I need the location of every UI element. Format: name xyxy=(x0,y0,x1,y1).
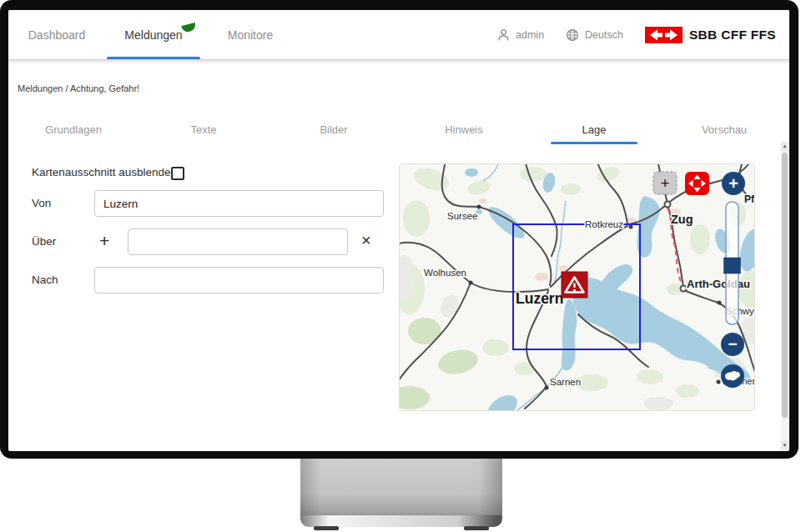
draw-extent-plus-icon: + xyxy=(660,174,669,192)
monitor-stand xyxy=(300,459,502,530)
warning-marker-icon[interactable] xyxy=(562,272,587,298)
nav-label-meldungen: Meldungen xyxy=(124,28,182,42)
tab-grundlagen[interactable]: Grundlagen xyxy=(8,117,139,153)
nav-item-monitore[interactable]: Monitore xyxy=(202,10,299,59)
von-label: Von xyxy=(32,197,51,209)
map-canvas: Sursee Wolhusen Rotkreuz Zug Luzern Arth… xyxy=(400,164,754,410)
label-sarnen: Sarnen xyxy=(550,377,581,387)
zoom-in-button[interactable]: + xyxy=(722,172,745,195)
zoom-out-button[interactable]: − xyxy=(721,333,744,356)
page: Dashboard Meldungen Monitore xyxy=(0,0,801,532)
label-pfaeffikon: Pfäffikon xyxy=(744,193,754,205)
zoom-out-icon: − xyxy=(728,335,737,353)
detail-tabs: Grundlagen Texte Bilder Hinweis Lage Vor… xyxy=(8,117,789,153)
user-name: admin xyxy=(516,29,544,41)
active-nav-underline xyxy=(107,57,200,59)
nav-label-dashboard: Dashboard xyxy=(28,28,86,42)
tab-lage[interactable]: Lage xyxy=(529,117,659,153)
zoom-slider[interactable] xyxy=(724,202,741,324)
label-wolhusen: Wolhusen xyxy=(424,268,466,278)
ueber-label: Über xyxy=(32,235,56,248)
tab-bilder[interactable]: Bilder xyxy=(269,117,399,153)
monitor-stand-foot xyxy=(314,526,339,530)
tab-vorschau[interactable]: Vorschau xyxy=(659,117,789,153)
hide-map-checkbox[interactable] xyxy=(171,167,184,180)
scroll-down-arrow-icon[interactable]: ▼ xyxy=(781,441,788,450)
user-menu[interactable]: admin xyxy=(497,28,544,42)
reset-extent-button[interactable] xyxy=(721,364,744,388)
label-luzern: Luzern xyxy=(516,290,563,307)
monitor-bezel: Dashboard Meldungen Monitore xyxy=(0,0,798,459)
clear-via-button[interactable]: × xyxy=(361,232,371,248)
tab-texte[interactable]: Texte xyxy=(139,117,269,153)
language-menu[interactable]: Deutsch xyxy=(566,28,623,42)
nach-input[interactable] xyxy=(94,267,384,294)
zoom-in-icon: + xyxy=(728,174,738,193)
scrollbar-thumb[interactable] xyxy=(782,153,788,418)
main-nav: Dashboard Meldungen Monitore xyxy=(8,10,299,59)
screen: Dashboard Meldungen Monitore xyxy=(8,10,789,451)
pan-mode-button[interactable] xyxy=(685,172,709,195)
tab-hinweis[interactable]: Hinweis xyxy=(399,117,529,153)
user-icon xyxy=(497,28,510,42)
breadcrumb: Meldungen / Achtung, Gefahr! xyxy=(18,83,139,93)
brand-wordmark: SBB CFF FFS xyxy=(689,28,776,43)
add-via-button[interactable]: + xyxy=(99,232,109,249)
label-rotkreuz: Rotkreuz xyxy=(585,219,623,229)
sbb-brand: SBB CFF FFS xyxy=(645,27,776,43)
green-status-badge xyxy=(181,23,197,33)
map-container[interactable]: Sursee Wolhusen Rotkreuz Zug Luzern Arth… xyxy=(399,163,755,411)
app-header: Dashboard Meldungen Monitore xyxy=(8,10,789,60)
nach-label: Nach xyxy=(32,274,58,286)
monitor-stand-base xyxy=(300,515,502,527)
nav-item-meldungen[interactable]: Meldungen xyxy=(105,10,202,59)
label-zug: Zug xyxy=(671,213,693,226)
nav-item-dashboard[interactable]: Dashboard xyxy=(8,10,105,59)
sbb-logo-icon xyxy=(645,27,683,43)
hide-map-label: Kartenausschnitt ausblenden xyxy=(32,166,177,178)
header-right-cluster: admin Deutsch xyxy=(497,10,776,59)
zoom-slider-handle[interactable] xyxy=(724,258,741,274)
vertical-scrollbar[interactable]: ▲ ▼ xyxy=(781,142,788,450)
ueber-input[interactable] xyxy=(128,228,348,255)
draw-extent-button[interactable]: + xyxy=(653,172,677,194)
monitor-stand-foot xyxy=(464,526,489,530)
scroll-up-arrow-icon[interactable]: ▲ xyxy=(781,142,788,151)
von-input[interactable] xyxy=(94,190,384,217)
monitor-stand-body xyxy=(300,459,502,517)
label-arth-goldau: Arth-Goldau xyxy=(687,278,750,290)
language-label: Deutsch xyxy=(585,29,623,41)
globe-icon xyxy=(566,28,579,42)
nav-label-monitore: Monitore xyxy=(228,28,273,42)
label-sursee: Sursee xyxy=(447,211,477,221)
